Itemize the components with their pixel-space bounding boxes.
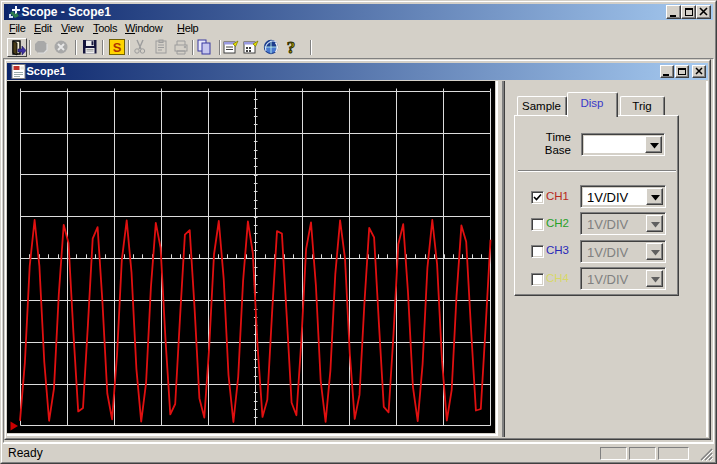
svg-text:S: S [112, 40, 121, 55]
svg-text:?: ? [286, 39, 295, 55]
